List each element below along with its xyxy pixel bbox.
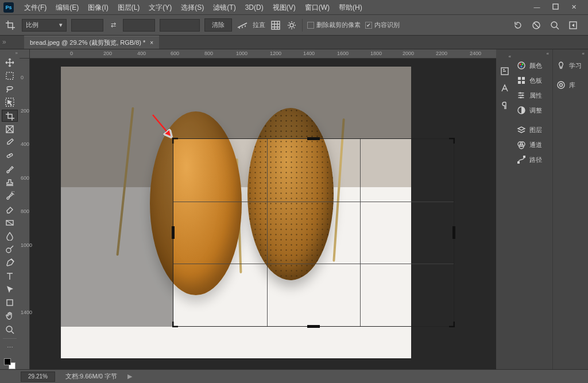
share-icon[interactable] xyxy=(567,20,579,31)
crop-marquee[interactable] xyxy=(173,138,454,327)
crop-handle-right[interactable] xyxy=(452,226,455,239)
ruler-origin[interactable] xyxy=(20,49,30,59)
path-select-tool[interactable] xyxy=(2,283,18,295)
crop-handle-bottom[interactable] xyxy=(307,325,320,328)
ruler-tick: 2200 xyxy=(436,51,447,56)
expand-panels-icon[interactable]: « xyxy=(579,49,588,58)
crop-handle-top[interactable] xyxy=(307,137,320,140)
marquee-tool[interactable] xyxy=(2,69,18,82)
panel-paths[interactable]: 路径 xyxy=(513,152,552,167)
menu-file[interactable]: 文件(F) xyxy=(20,0,51,15)
gradient-tool[interactable] xyxy=(2,216,18,229)
eyedropper-tool[interactable] xyxy=(2,137,18,149)
menu-type[interactable]: 文字(Y) xyxy=(144,0,176,15)
eraser-tool[interactable] xyxy=(2,203,18,215)
svg-rect-20 xyxy=(518,77,521,80)
history-brush-tool[interactable] xyxy=(2,190,18,202)
menu-layer[interactable]: 图层(L) xyxy=(113,0,145,15)
swap-dimensions-button[interactable]: ⇄ xyxy=(108,21,118,29)
crop-handle-br[interactable] xyxy=(447,319,455,327)
character-icon[interactable] xyxy=(499,83,510,94)
move-tool[interactable] xyxy=(2,56,18,68)
panel-swatches[interactable]: 色板 xyxy=(513,73,552,88)
quick-select-tool[interactable] xyxy=(2,96,18,109)
expand-panels-icon[interactable]: « xyxy=(509,54,513,59)
close-button[interactable]: ✕ xyxy=(570,3,578,11)
healing-tool[interactable] xyxy=(2,150,18,162)
svg-rect-0 xyxy=(553,4,558,9)
content-aware-checkbox[interactable]: ✔ 内容识别 xyxy=(365,21,400,29)
crop-handle-left[interactable] xyxy=(172,226,175,239)
shape-tool[interactable] xyxy=(2,297,18,309)
ruler-horizontal[interactable]: 0 200 400 600 800 1000 1200 1400 1600 18… xyxy=(30,49,496,59)
frame-tool[interactable] xyxy=(2,123,18,135)
menu-filter[interactable]: 滤镜(T) xyxy=(208,0,240,15)
clear-button[interactable]: 清除 xyxy=(204,18,232,32)
ruler-vertical[interactable]: 0 200 400 600 800 1000 1400 xyxy=(20,59,30,369)
panel-adjustments[interactable]: 调整 xyxy=(513,103,552,118)
aspect-ratio-dropdown[interactable]: 比例 ▾ xyxy=(22,19,67,32)
brush-tool[interactable] xyxy=(2,163,18,175)
status-menu-icon[interactable]: ▶ xyxy=(127,373,132,380)
svg-rect-12 xyxy=(7,300,13,305)
menu-help[interactable]: 帮助(H) xyxy=(334,0,367,15)
crop-handle-tr[interactable] xyxy=(447,138,455,146)
zoom-tool[interactable] xyxy=(2,323,18,335)
delete-cropped-checkbox[interactable]: 删除裁剪的像素 xyxy=(307,21,361,29)
menu-select[interactable]: 选择(S) xyxy=(176,0,208,15)
toolbox-collapse[interactable]: » xyxy=(16,51,20,56)
lasso-tool[interactable] xyxy=(2,83,18,95)
canvas-area: 0 200 400 600 800 1000 1200 1400 1600 18… xyxy=(20,49,496,369)
menu-image[interactable]: 图像(I) xyxy=(83,0,113,15)
close-tab-icon[interactable]: × xyxy=(150,40,153,46)
crop-tool[interactable] xyxy=(2,110,18,122)
straighten-icon[interactable] xyxy=(237,20,248,31)
crop-handle-bl[interactable] xyxy=(172,319,180,327)
grid-overlay-icon[interactable] xyxy=(270,20,281,31)
crop-width-input[interactable] xyxy=(71,19,103,32)
edit-toolbar[interactable]: ⋯ xyxy=(2,342,18,354)
blur-tool[interactable] xyxy=(2,230,18,242)
panel-layers[interactable]: 图层 xyxy=(513,122,552,137)
minimize-button[interactable]: — xyxy=(533,3,541,11)
tabbar-handle[interactable]: » xyxy=(2,38,6,46)
crop-handle-tl[interactable] xyxy=(172,138,180,146)
panel-learn[interactable]: 学习 xyxy=(553,58,588,73)
type-tool[interactable] xyxy=(2,270,18,282)
crop-resolution-input[interactable] xyxy=(160,19,200,32)
menu-window[interactable]: 窗口(W) xyxy=(300,0,334,15)
panel-libraries[interactable]: 库 xyxy=(553,78,588,92)
svg-point-24 xyxy=(520,92,521,94)
panel-channels[interactable]: 通道 xyxy=(513,137,552,152)
zoom-input[interactable]: 29.21% xyxy=(21,372,55,382)
document-tab-bar: bread.jpeg @ 29.2% (裁剪预览, RGB/8) * × xyxy=(0,36,588,49)
ruler-tick: 2000 xyxy=(403,51,414,56)
ruler-tick: 600 xyxy=(21,175,29,181)
maximize-button[interactable] xyxy=(551,3,559,11)
svg-rect-1 xyxy=(272,21,280,29)
svg-point-11 xyxy=(6,248,11,253)
svg-rect-32 xyxy=(523,156,525,158)
svg-point-13 xyxy=(6,326,12,332)
ruler-tick: 1200 xyxy=(270,51,281,56)
stamp-tool[interactable] xyxy=(2,176,18,188)
paragraph-icon[interactable] xyxy=(499,100,510,111)
search-icon[interactable] xyxy=(549,20,560,31)
ruler-tick: 200 xyxy=(21,108,29,114)
properties-icon[interactable] xyxy=(499,66,510,76)
menu-view[interactable]: 视图(V) xyxy=(268,0,300,15)
dodge-tool[interactable] xyxy=(2,243,18,256)
gear-icon[interactable] xyxy=(286,20,297,31)
panel-color[interactable]: 颜色 xyxy=(513,58,552,73)
crop-height-input[interactable] xyxy=(123,19,155,32)
panel-properties[interactable]: 属性 xyxy=(513,88,552,103)
expand-panels-icon[interactable]: « xyxy=(543,49,552,58)
menu-edit[interactable]: 编辑(E) xyxy=(51,0,83,15)
menu-3d[interactable]: 3D(D) xyxy=(241,0,268,15)
hand-tool[interactable] xyxy=(2,310,18,322)
color-swatches[interactable] xyxy=(4,358,16,369)
reset-icon[interactable] xyxy=(512,20,524,31)
cancel-icon[interactable] xyxy=(531,20,542,31)
pen-tool[interactable] xyxy=(2,257,18,269)
document-tab[interactable]: bread.jpeg @ 29.2% (裁剪预览, RGB/8) * × xyxy=(24,36,159,49)
